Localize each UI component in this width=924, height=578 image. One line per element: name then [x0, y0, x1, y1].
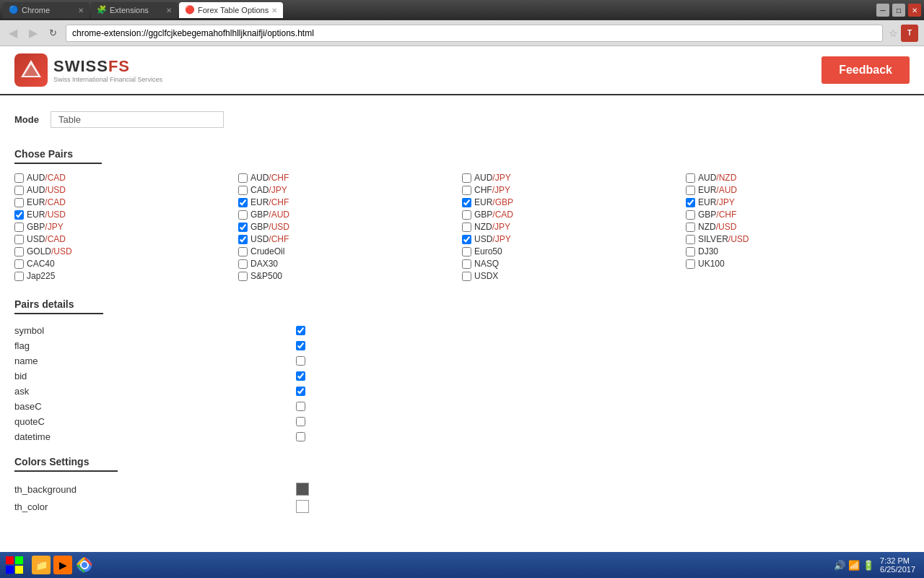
detail-row: symbol [14, 323, 318, 338]
pair-item: GOLD/USD [14, 246, 238, 256]
colors-settings-header: Colors Settings [14, 456, 118, 472]
pair-item: GBP/JPY [14, 222, 238, 232]
taskbar-right: 🔊 📶 🔋 7:32 PM 6/25/2017 [834, 556, 921, 574]
pair-label-DAX30: DAX30 [250, 259, 278, 269]
pair-checkbox-GOLDUSD[interactable] [14, 247, 24, 256]
tab-extensions[interactable]: 🧩 Extensions ✕ [91, 2, 178, 18]
detail-checkbox-symbol[interactable] [296, 326, 305, 335]
tab-forex[interactable]: 🔴 Forex Table Options ✕ [179, 2, 283, 18]
pair-checkbox-Jap225[interactable] [14, 272, 24, 281]
pair-checkbox-EURGBP[interactable] [462, 198, 471, 207]
color-row: th_color [14, 498, 910, 515]
pair-checkbox-USDX[interactable] [462, 272, 471, 281]
pair-checkbox-Euro50[interactable] [462, 247, 471, 256]
pair-label-GBPCAD: GBP/CAD [474, 210, 513, 220]
pair-item [686, 271, 910, 281]
pair-item: Euro50 [462, 246, 686, 256]
pair-checkbox-NZDJPY[interactable] [462, 223, 471, 232]
detail-label-symbol: symbol [14, 325, 296, 336]
pair-label-GBPJPY: GBP/JPY [27, 222, 64, 232]
logo-text: SWISSFS Swiss International Financial Se… [53, 57, 162, 83]
pair-checkbox-GBPUSD[interactable] [238, 223, 248, 232]
pair-checkbox-CHFJPY[interactable] [462, 186, 471, 195]
pair-checkbox-EURCHF[interactable] [238, 198, 248, 207]
forex-tab-close[interactable]: ✕ [271, 7, 277, 14]
detail-checkbox-name[interactable] [296, 356, 305, 366]
logo-swiss: SWISS [53, 57, 108, 75]
pair-item: DAX30 [238, 259, 462, 269]
detail-checkbox-quoteC[interactable] [296, 417, 305, 426]
svg-rect-3 [15, 556, 23, 564]
pair-checkbox-EURAUD[interactable] [686, 186, 695, 195]
bookmark-icon[interactable]: ☆ [889, 27, 898, 39]
pair-checkbox-SP500[interactable] [238, 272, 248, 281]
pair-checkbox-AUDUSD[interactable] [14, 186, 24, 195]
pair-checkbox-SILVERUSD[interactable] [686, 235, 695, 244]
svg-rect-4 [6, 566, 14, 574]
close-button[interactable]: ✕ [908, 4, 921, 17]
pair-checkbox-USDCAD[interactable] [14, 235, 24, 244]
pair-checkbox-GBPAUD[interactable] [238, 210, 248, 220]
refresh-button[interactable]: ↻ [46, 26, 60, 40]
pair-checkbox-DAX30[interactable] [238, 259, 248, 269]
pair-label-SILVERUSD: SILVER/USD [698, 234, 749, 244]
taskbar-icon-chrome[interactable] [75, 556, 94, 574]
pair-checkbox-GBPJPY[interactable] [14, 223, 24, 232]
pair-checkbox-USDJPY[interactable] [462, 235, 471, 244]
page-content: SWISSFS Swiss International Financial Se… [0, 46, 924, 578]
detail-checkbox-baseC[interactable] [296, 402, 305, 411]
pair-checkbox-EURCAD[interactable] [14, 198, 24, 207]
url-input[interactable] [66, 25, 883, 42]
detail-label-baseC: baseC [14, 401, 296, 412]
pair-label-DJ30: DJ30 [698, 246, 718, 256]
start-button[interactable] [3, 553, 26, 577]
extensions-tab-favicon: 🧩 [97, 5, 107, 15]
maximize-button[interactable]: □ [892, 4, 905, 17]
pair-item: GBP/USD [238, 222, 462, 232]
pair-checkbox-CAC40[interactable] [14, 259, 24, 269]
back-button[interactable]: ◀ [6, 25, 20, 41]
pair-checkbox-NZDUSD[interactable] [686, 223, 695, 232]
pair-label-EURUSD: EUR/USD [27, 210, 66, 220]
mode-input[interactable] [51, 111, 224, 128]
pair-label-EURAUD: EUR/AUD [698, 185, 737, 195]
detail-checkbox-bid[interactable] [296, 371, 305, 381]
detail-checkbox-datetime[interactable] [296, 432, 305, 441]
address-bar-right: ☆ T [889, 25, 918, 42]
pair-item: USD/JPY [462, 234, 686, 244]
pair-checkbox-EURUSD[interactable] [14, 210, 24, 220]
pair-checkbox-AUDNZD[interactable] [686, 173, 695, 183]
pair-checkbox-EURJPY[interactable] [686, 198, 695, 207]
pair-label-AUDNZD: AUD/NZD [698, 173, 736, 183]
pair-checkbox-CrudeOil[interactable] [238, 247, 248, 256]
extension-icon[interactable]: T [901, 25, 918, 42]
tab-chrome[interactable]: 🔵 Chrome ✕ [3, 2, 90, 18]
minimize-button[interactable]: ─ [876, 4, 889, 17]
pair-checkbox-NASQ[interactable] [462, 259, 471, 269]
pair-label-AUDUSD: AUD/USD [27, 185, 66, 195]
detail-checkbox-flag[interactable] [296, 341, 305, 350]
color-swatch-th_background[interactable] [296, 483, 309, 496]
taskbar-icon-media[interactable]: ▶ [53, 556, 72, 574]
pair-label-EURCAD: EUR/CAD [27, 197, 66, 207]
pair-checkbox-USDCHF[interactable] [238, 235, 248, 244]
pair-checkbox-UK100[interactable] [686, 259, 695, 269]
extensions-tab-close[interactable]: ✕ [166, 7, 172, 14]
pair-checkbox-DJ30[interactable] [686, 247, 695, 256]
pair-checkbox-GBPCAD[interactable] [462, 210, 471, 220]
taskbar-icon-folder[interactable]: 📁 [32, 556, 51, 574]
detail-checkbox-ask[interactable] [296, 387, 305, 396]
forward-button[interactable]: ▶ [26, 25, 40, 41]
pair-checkbox-GBPCHF[interactable] [686, 210, 695, 220]
chrome-tab-close[interactable]: ✕ [78, 7, 84, 14]
color-row: th_background [14, 480, 910, 498]
color-swatch-th_color[interactable] [296, 500, 309, 513]
pair-checkbox-AUDCHF[interactable] [238, 173, 248, 183]
pair-item: NZD/JPY [462, 222, 686, 232]
colors-table: th_backgroundth_color [14, 480, 910, 515]
pair-checkbox-CADJPY[interactable] [238, 186, 248, 195]
feedback-button[interactable]: Feedback [821, 56, 910, 84]
pair-checkbox-AUDJPY[interactable] [462, 173, 471, 183]
pair-checkbox-AUDCAD[interactable] [14, 173, 24, 183]
mode-row: Mode [14, 111, 910, 128]
